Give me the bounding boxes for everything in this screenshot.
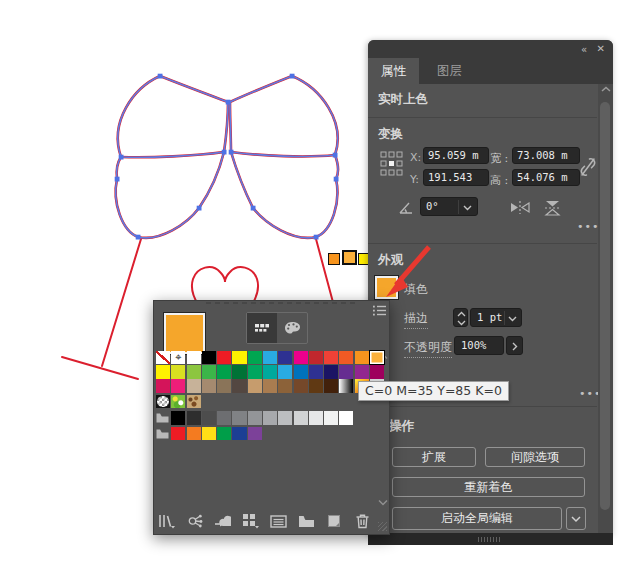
width-input[interactable]: 73.008 m <box>512 147 580 164</box>
recolor-button[interactable]: 重新着色 <box>392 477 585 497</box>
popup-resize-grip[interactable] <box>378 522 387 531</box>
swatch-cell[interactable] <box>263 351 277 364</box>
panel-scrollbar-thumb[interactable] <box>600 102 610 510</box>
swatch-cell[interactable] <box>309 365 323 378</box>
active-mini-swatch[interactable] <box>342 250 357 265</box>
swatch-cell[interactable] <box>187 427 201 440</box>
swatch-cell[interactable] <box>217 379 231 392</box>
swatch-cell[interactable] <box>339 351 353 364</box>
swatch-cell[interactable] <box>263 411 277 424</box>
reference-point-grid-icon[interactable] <box>380 151 403 177</box>
flip-horizontal-icon[interactable] <box>510 200 530 215</box>
swatch-cell[interactable] <box>263 379 277 392</box>
swatch-cell[interactable] <box>309 411 323 424</box>
tab-properties[interactable]: 属性 <box>368 58 419 84</box>
swatch-cell[interactable] <box>156 395 170 408</box>
swatch-cell[interactable] <box>294 379 308 392</box>
color-mixer-button[interactable] <box>277 313 307 343</box>
popup-menu-icon[interactable] <box>373 305 387 316</box>
swatch-cell[interactable] <box>171 365 185 378</box>
new-swatch-icon[interactable] <box>326 513 343 530</box>
swatches-view-button[interactable] <box>247 313 277 343</box>
swatch-cell[interactable] <box>156 351 170 364</box>
tab-layers[interactable]: 图层 <box>424 58 475 84</box>
swatch-cell[interactable] <box>232 351 246 364</box>
collapse-panel-icon[interactable]: « <box>581 44 585 55</box>
swatch-cell[interactable] <box>355 351 369 364</box>
scroll-up-icon[interactable] <box>601 86 611 93</box>
flip-vertical-icon[interactable] <box>544 200 561 216</box>
swatch-cell[interactable] <box>217 351 231 364</box>
swatch-cell[interactable] <box>202 411 216 424</box>
swatch-cell[interactable] <box>324 365 338 378</box>
swatch-cell[interactable] <box>355 365 369 378</box>
swatch-cell[interactable] <box>278 351 292 364</box>
swatch-cell[interactable] <box>370 365 384 378</box>
swatch-cell[interactable] <box>232 427 246 440</box>
swatch-cell[interactable] <box>278 365 292 378</box>
swatch-cell[interactable] <box>263 365 277 378</box>
swatch-cell[interactable] <box>248 427 262 440</box>
swatch-cell[interactable] <box>187 379 201 392</box>
swatch-cell[interactable] <box>202 351 216 364</box>
panel-resize-grip[interactable] <box>478 537 502 542</box>
swatch-cell[interactable] <box>187 395 201 408</box>
new-color-group-icon[interactable] <box>298 513 315 530</box>
stroke-label[interactable]: 描边 <box>404 310 428 329</box>
gap-options-button[interactable]: 间隙选项 <box>485 447 585 467</box>
stroke-weight-stepper[interactable] <box>453 308 468 327</box>
swatch-cell[interactable] <box>294 351 308 364</box>
swatch-cell[interactable] <box>248 365 262 378</box>
mini-swatch[interactable] <box>328 253 340 265</box>
transform-more-options[interactable]: ••• <box>577 220 599 233</box>
stroke-weight-select[interactable]: 1 pt <box>470 308 522 327</box>
swatch-cell[interactable] <box>248 379 262 392</box>
opacity-options-button[interactable] <box>506 336 523 355</box>
swatch-cell[interactable] <box>232 365 246 378</box>
swatch-cell[interactable] <box>294 411 308 424</box>
swatch-cell[interactable] <box>339 365 353 378</box>
swatch-cell[interactable] <box>232 411 246 424</box>
fill-color-swatch[interactable] <box>375 276 398 299</box>
swatch-cell[interactable] <box>324 379 338 392</box>
swatch-kinds-icon[interactable] <box>242 513 259 530</box>
global-edit-button[interactable]: 启动全局编辑 <box>392 507 562 530</box>
swatch-cell[interactable] <box>202 365 216 378</box>
swatch-cell[interactable] <box>156 379 170 392</box>
swatch-scroll-down-icon[interactable] <box>378 499 388 506</box>
swatch-cell[interactable] <box>278 411 292 424</box>
swatch-cell[interactable] <box>202 379 216 392</box>
registration-swatch[interactable]: ⌖ <box>171 351 185 364</box>
color-themes-icon[interactable] <box>186 513 203 530</box>
swatch-cell[interactable] <box>202 427 216 440</box>
rotation-select[interactable]: 0° <box>420 197 478 216</box>
height-input[interactable]: 54.076 m <box>512 169 580 186</box>
swatch-cell[interactable] <box>187 411 201 424</box>
global-edit-dropdown-button[interactable] <box>566 507 586 530</box>
swatch-cell[interactable] <box>187 365 201 378</box>
swatch-cell[interactable] <box>339 379 353 392</box>
swatch-cell[interactable] <box>171 395 185 408</box>
expand-button[interactable]: 扩展 <box>392 447 476 467</box>
swatch-options-icon[interactable] <box>270 513 287 530</box>
swatch-cell[interactable] <box>248 411 262 424</box>
y-input[interactable]: 191.543 <box>423 169 489 186</box>
swatch-cell[interactable] <box>187 351 201 364</box>
swatch-cell[interactable] <box>217 427 231 440</box>
swatch-cell[interactable] <box>309 351 323 364</box>
swatch-cell[interactable] <box>217 411 231 424</box>
swatch-cell[interactable] <box>217 365 231 378</box>
swatch-cell[interactable] <box>156 365 170 378</box>
swatch-libraries-icon[interactable] <box>158 513 175 530</box>
swatch-cell[interactable] <box>324 411 338 424</box>
swatch-cell[interactable] <box>171 427 185 440</box>
swatch-cell[interactable] <box>294 365 308 378</box>
delete-swatch-icon[interactable] <box>354 513 371 530</box>
color-group-folder-icon[interactable] <box>156 427 170 440</box>
constrain-proportions-unlinked-icon[interactable] <box>578 155 598 179</box>
close-panel-icon[interactable]: ✕ <box>597 43 605 54</box>
swatch-cell[interactable] <box>171 411 185 424</box>
color-group-folder-icon[interactable] <box>156 411 170 424</box>
opacity-label[interactable]: 不透明度 <box>404 339 452 358</box>
opacity-input[interactable]: 100% <box>454 336 504 355</box>
